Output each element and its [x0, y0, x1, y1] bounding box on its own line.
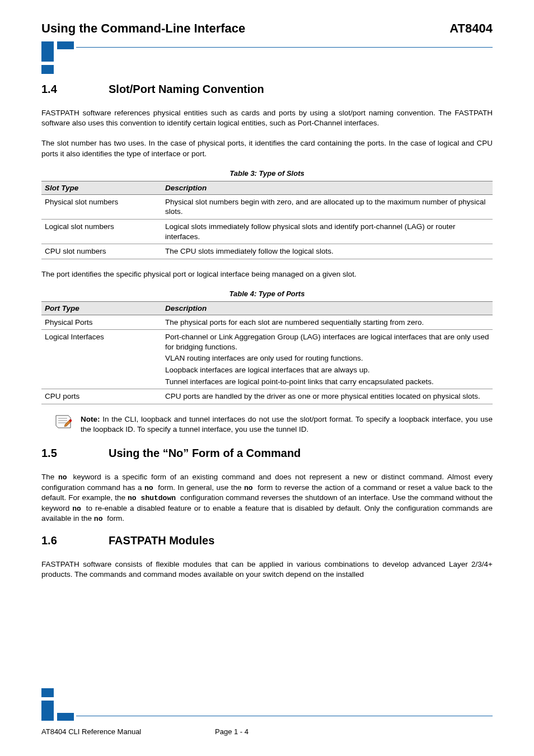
body-paragraph: The slot number has two uses. In the cas… — [41, 138, 493, 158]
brand-logo-icon — [41, 688, 74, 721]
footer-rule — [76, 716, 493, 716]
keyword-no-shutdown: no shutdown — [128, 494, 180, 502]
footer-logo-area — [41, 688, 493, 722]
table-row: CPU slot numbersThe CPU slots immediatel… — [41, 244, 493, 259]
table-row: Logical slot numbersLogical slots immedi… — [41, 219, 493, 244]
description-cell: Logical slots immediately follow physica… — [162, 219, 493, 244]
footer-manual-title: AT8404 CLI Reference Manual — [41, 727, 215, 736]
table-caption: Table 4: Type of Ports — [41, 290, 493, 298]
page-footer: AT8404 CLI Reference Manual Page 1 - 4 — [41, 688, 493, 736]
section-heading-1-4: 1.4 Slot/Port Naming Convention — [41, 83, 493, 96]
section-number: 1.4 — [41, 83, 109, 96]
note-icon — [54, 414, 73, 431]
description-cell: The CPU slots immediately follow the log… — [162, 244, 493, 259]
table-header: Description — [162, 301, 493, 315]
section-title: FASTPATH Modules — [109, 534, 214, 547]
ports-table: Port Type Description Physical PortsThe … — [41, 301, 493, 404]
page-header: Using the Command-Line Interface AT8404 — [41, 21, 493, 36]
table-row: Physical slot numbersPhysical slot numbe… — [41, 194, 493, 219]
port-type-cell: CPU ports — [41, 389, 162, 404]
table-header: Slot Type — [41, 181, 162, 194]
table-row: Logical InterfacesPort-channel or Link A… — [41, 330, 493, 389]
body-paragraph: FASTPATH software consists of flexible m… — [41, 559, 493, 580]
chapter-title: Using the Command-Line Interface — [41, 21, 245, 36]
section-heading-1-5: 1.5 Using the “No” Form of a Command — [41, 447, 493, 460]
description-cell: The physical ports for each slot are num… — [162, 315, 493, 330]
slots-table: Slot Type Description Physical slot numb… — [41, 181, 493, 259]
svg-rect-10 — [41, 701, 54, 721]
header-logo-area — [41, 41, 493, 76]
port-type-cell: Logical Interfaces — [41, 330, 162, 389]
svg-rect-0 — [41, 41, 54, 62]
section-heading-1-6: 1.6 FASTPATH Modules — [41, 534, 493, 547]
slot-type-cell: Logical slot numbers — [41, 219, 162, 244]
svg-point-8 — [69, 419, 72, 421]
table-header: Description — [162, 181, 493, 194]
svg-rect-2 — [57, 41, 74, 49]
svg-rect-11 — [57, 713, 74, 721]
brand-logo-icon — [41, 41, 74, 74]
body-paragraph: The port identifies the specific physica… — [41, 269, 493, 279]
description-cell: Port-channel or Link Aggregation Group (… — [162, 330, 493, 389]
product-model: AT8404 — [449, 21, 493, 36]
section-title: Slot/Port Naming Convention — [109, 83, 264, 96]
note-text: Note: In the CLI, loopback and tunnel in… — [81, 414, 493, 435]
description-cell: CPU ports are handled by the driver as o… — [162, 389, 493, 404]
slot-type-cell: Physical slot numbers — [41, 194, 162, 219]
body-paragraph: FASTPATH software references physical en… — [41, 108, 493, 128]
table-header: Port Type — [41, 301, 162, 315]
slot-type-cell: CPU slot numbers — [41, 244, 162, 259]
header-rule — [76, 47, 493, 48]
table-caption: Table 3: Type of Slots — [41, 169, 493, 178]
keyword-no: no — [244, 484, 257, 492]
port-type-cell: Physical Ports — [41, 315, 162, 330]
keyword-no: no — [144, 484, 158, 492]
section-number: 1.6 — [41, 534, 109, 547]
description-cell: Physical slot numbers begin with zero, a… — [162, 194, 493, 219]
keyword-no: no — [94, 515, 107, 523]
note-label: Note: — [81, 415, 100, 423]
section-title: Using the “No” Form of a Command — [109, 447, 301, 460]
keyword-no: no — [72, 505, 86, 513]
table-row: Physical PortsThe physical ports for eac… — [41, 315, 493, 330]
svg-rect-9 — [41, 688, 54, 697]
section-number: 1.5 — [41, 447, 109, 460]
body-paragraph: The no keyword is a specific form of an … — [41, 472, 493, 524]
footer-page-number: Page 1 - 4 — [215, 727, 249, 736]
keyword-no: no — [58, 473, 73, 482]
note-body: In the CLI, loopback and tunnel interfac… — [81, 415, 493, 433]
note-block: Note: In the CLI, loopback and tunnel in… — [54, 414, 493, 435]
svg-rect-1 — [41, 65, 54, 74]
table-row: CPU portsCPU ports are handled by the dr… — [41, 389, 493, 404]
